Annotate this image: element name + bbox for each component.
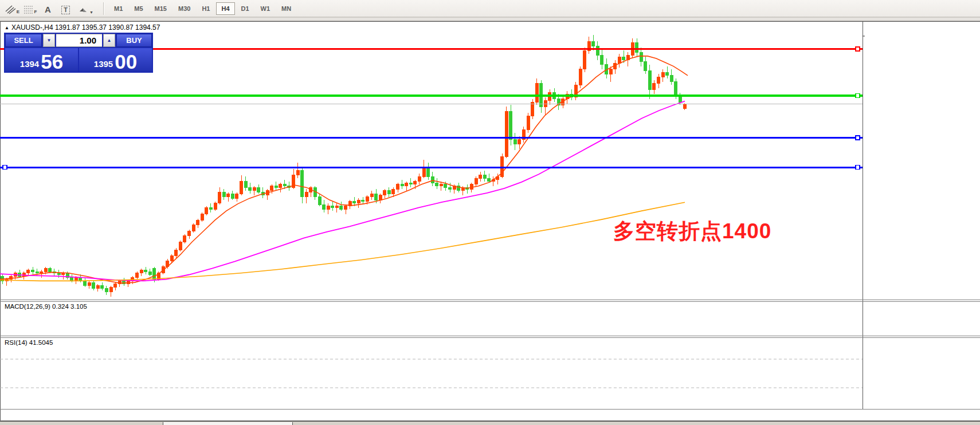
chart-horizontal-scrollbar[interactable] [0,17,980,21]
text-tool-button[interactable]: A [39,1,57,16]
hline-handle[interactable] [856,166,860,170]
rsi-indicator-label: RSI(14) 41.5045 [5,339,53,346]
hline-handle[interactable] [3,166,7,170]
timeframe-button-w1[interactable]: W1 [256,2,276,15]
timeframe-button-mn[interactable]: MN [276,2,296,15]
sell-price-major: 1394 [20,59,39,69]
hline-1354[interactable] [0,166,863,170]
timeframe-button-m30[interactable]: M30 [173,2,195,15]
timeframe-button-m1[interactable]: M1 [109,2,128,15]
hline-1373[interactable] [0,136,863,140]
label-icon: T [61,6,70,14]
slow-ma [0,202,685,281]
buy-price-major: 1395 [94,59,113,69]
macd-indicator-label: MACD(12,26,9) 0.324 3.105 [5,303,87,310]
candlesticks [1,35,687,296]
active-chart-tab-edge [163,422,293,425]
symbol-ohlc-text: XAUUSD-,H4 1391.87 1395.37 1390.87 1394.… [11,23,160,32]
toolbar-separator [103,2,104,15]
moving-averages [0,56,688,284]
volume-decrease-button[interactable]: ▼ [43,34,55,47]
timeframe-button-h1[interactable]: H1 [197,2,215,15]
tool-badge: E [17,9,19,14]
volume-input[interactable] [56,34,102,47]
one-click-trading-panel: SELL ▼ ▲ BUY 1394 56 1395 00 [4,33,153,73]
volume-increase-button[interactable]: ▲ [103,34,115,47]
chart-annotation-text: 多空转折点1400 [613,217,771,246]
timeframe-bar: M1M5M15M30H1H4D1W1MN [109,2,296,15]
equidistant-channel-icon [5,5,16,14]
hline-1400[interactable] [0,94,863,98]
fibonacci-icon [23,5,34,14]
sell-button[interactable]: SELL [5,34,42,47]
hline-handle[interactable] [856,47,860,51]
buy-price-button[interactable]: 1395 00 [79,48,152,72]
text-icon: A [45,5,51,14]
drawing-tools: E F A T ▼ [0,1,97,16]
timeframe-button-m15[interactable]: M15 [150,2,172,15]
symbol-ohlc-line: ▲XAUUSD-,H4 1391.87 1395.37 1390.87 1394… [5,23,160,32]
buy-button[interactable]: BUY [116,34,152,47]
chevron-down-icon: ▼ [89,10,93,14]
text-label-tool-button[interactable]: T [57,1,75,16]
triangle-up-icon: ▲ [5,25,9,30]
chart-tab-strip[interactable] [0,421,980,425]
toolbar: E F A T ▼ M1M5M15M30H1H4D1 [0,0,980,17]
sell-price-button[interactable]: 1394 56 [5,48,78,72]
arrows-icon [79,6,88,14]
mid-ma [0,101,685,281]
timeframe-button-m5[interactable]: M5 [129,2,148,15]
sell-price-pips: 56 [41,53,63,71]
hline-handle[interactable] [856,94,860,98]
timeframe-button-h4[interactable]: H4 [216,2,234,15]
hline-handle[interactable] [856,136,860,140]
rsi-level-lines [0,359,863,388]
fast-ma [0,56,688,284]
equidistant-channel-tool-button[interactable]: E [3,1,21,16]
buy-price-pips: 00 [115,53,137,71]
arrows-tool-button[interactable]: ▼ [75,1,97,16]
tool-badge: F [34,9,37,14]
timeframe-button-d1[interactable]: D1 [236,2,254,15]
fibonacci-tool-button[interactable]: F [21,1,39,16]
pane-borders [0,21,980,421]
